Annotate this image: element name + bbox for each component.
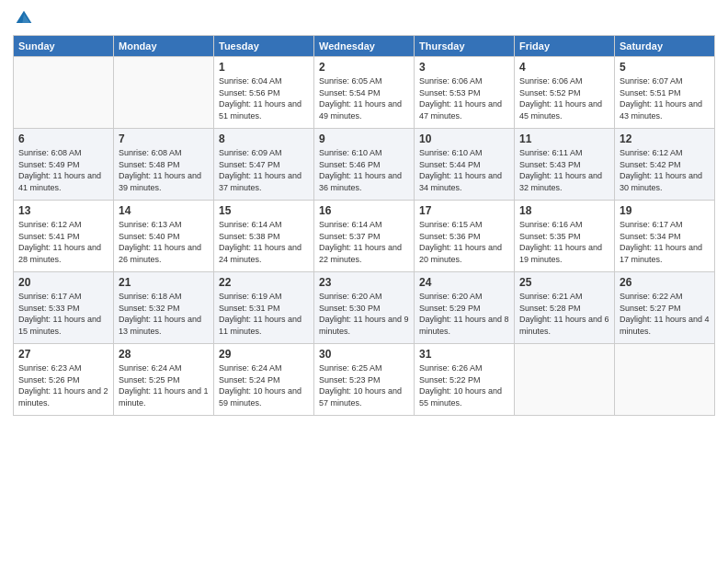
calendar-day-cell: 29Sunrise: 6:24 AMSunset: 5:24 PMDayligh…: [214, 344, 314, 416]
calendar-day-cell: 1Sunrise: 6:04 AMSunset: 5:56 PMDaylight…: [214, 57, 314, 129]
day-number: 19: [620, 204, 710, 217]
calendar-day-cell: 7Sunrise: 6:08 AMSunset: 5:48 PMDaylight…: [114, 129, 214, 201]
day-number: 4: [519, 61, 609, 74]
day-info: Sunrise: 6:20 AMSunset: 5:29 PMDaylight:…: [419, 291, 509, 337]
day-number: 31: [419, 348, 509, 361]
calendar-day-cell: 8Sunrise: 6:09 AMSunset: 5:47 PMDaylight…: [214, 129, 314, 201]
day-info: Sunrise: 6:08 AMSunset: 5:48 PMDaylight:…: [119, 147, 209, 193]
day-number: 7: [119, 132, 209, 145]
calendar-day-cell: [615, 344, 715, 416]
calendar-day-cell: 26Sunrise: 6:22 AMSunset: 5:27 PMDayligh…: [615, 272, 715, 344]
weekday-header-saturday: Saturday: [615, 36, 715, 57]
day-info: Sunrise: 6:21 AMSunset: 5:28 PMDaylight:…: [519, 291, 609, 337]
day-info: Sunrise: 6:15 AMSunset: 5:36 PMDaylight:…: [419, 219, 509, 265]
day-info: Sunrise: 6:24 AMSunset: 5:24 PMDaylight:…: [219, 362, 309, 408]
calendar-day-cell: 18Sunrise: 6:16 AMSunset: 5:35 PMDayligh…: [515, 201, 615, 272]
day-number: 5: [620, 61, 710, 74]
day-number: 29: [219, 348, 309, 361]
calendar-day-cell: 17Sunrise: 6:15 AMSunset: 5:36 PMDayligh…: [415, 201, 515, 272]
calendar-day-cell: 31Sunrise: 6:26 AMSunset: 5:22 PMDayligh…: [415, 344, 515, 416]
day-info: Sunrise: 6:04 AMSunset: 5:56 PMDaylight:…: [219, 75, 309, 121]
calendar-day-cell: 14Sunrise: 6:13 AMSunset: 5:40 PMDayligh…: [114, 201, 214, 272]
day-number: 26: [620, 276, 710, 289]
day-info: Sunrise: 6:16 AMSunset: 5:35 PMDaylight:…: [519, 219, 609, 265]
day-number: 2: [319, 61, 409, 74]
calendar-day-cell: 15Sunrise: 6:14 AMSunset: 5:38 PMDayligh…: [214, 201, 314, 272]
calendar-day-cell: 4Sunrise: 6:06 AMSunset: 5:52 PMDaylight…: [515, 57, 615, 129]
day-info: Sunrise: 6:24 AMSunset: 5:25 PMDaylight:…: [119, 362, 209, 408]
day-info: Sunrise: 6:23 AMSunset: 5:26 PMDaylight:…: [18, 362, 108, 408]
day-number: 21: [119, 276, 209, 289]
day-number: 23: [319, 276, 409, 289]
day-number: 18: [519, 204, 609, 217]
calendar-day-cell: 13Sunrise: 6:12 AMSunset: 5:41 PMDayligh…: [14, 201, 114, 272]
day-number: 13: [18, 204, 108, 217]
calendar-day-cell: 22Sunrise: 6:19 AMSunset: 5:31 PMDayligh…: [214, 272, 314, 344]
calendar-day-cell: 2Sunrise: 6:05 AMSunset: 5:54 PMDaylight…: [314, 57, 415, 129]
calendar-week-row: 27Sunrise: 6:23 AMSunset: 5:26 PMDayligh…: [14, 344, 715, 416]
day-info: Sunrise: 6:19 AMSunset: 5:31 PMDaylight:…: [219, 291, 309, 337]
calendar-day-cell: 11Sunrise: 6:11 AMSunset: 5:43 PMDayligh…: [515, 129, 615, 201]
day-info: Sunrise: 6:10 AMSunset: 5:44 PMDaylight:…: [419, 147, 509, 193]
day-info: Sunrise: 6:14 AMSunset: 5:37 PMDaylight:…: [319, 219, 409, 265]
day-info: Sunrise: 6:11 AMSunset: 5:43 PMDaylight:…: [519, 147, 609, 193]
day-number: 3: [419, 61, 509, 74]
day-info: Sunrise: 6:17 AMSunset: 5:34 PMDaylight:…: [620, 219, 710, 265]
day-number: 15: [219, 204, 309, 217]
calendar-day-cell: [114, 57, 214, 129]
calendar-day-cell: 30Sunrise: 6:25 AMSunset: 5:23 PMDayligh…: [314, 344, 415, 416]
day-number: 12: [620, 132, 710, 145]
calendar-day-cell: 19Sunrise: 6:17 AMSunset: 5:34 PMDayligh…: [615, 201, 715, 272]
calendar-day-cell: 27Sunrise: 6:23 AMSunset: 5:26 PMDayligh…: [14, 344, 114, 416]
calendar-day-cell: [14, 57, 114, 129]
weekday-header-thursday: Thursday: [415, 36, 515, 57]
day-number: 27: [18, 348, 108, 361]
calendar-day-cell: 12Sunrise: 6:12 AMSunset: 5:42 PMDayligh…: [615, 129, 715, 201]
calendar-day-cell: 21Sunrise: 6:18 AMSunset: 5:32 PMDayligh…: [114, 272, 214, 344]
calendar-day-cell: [515, 344, 615, 416]
calendar-day-cell: 20Sunrise: 6:17 AMSunset: 5:33 PMDayligh…: [14, 272, 114, 344]
day-info: Sunrise: 6:12 AMSunset: 5:41 PMDaylight:…: [18, 219, 108, 265]
page-container: SundayMondayTuesdayWednesdayThursdayFrid…: [0, 0, 728, 563]
day-number: 25: [519, 276, 609, 289]
day-number: 30: [319, 348, 409, 361]
day-info: Sunrise: 6:10 AMSunset: 5:46 PMDaylight:…: [319, 147, 409, 193]
day-number: 9: [319, 132, 409, 145]
day-number: 14: [119, 204, 209, 217]
weekday-header-wednesday: Wednesday: [314, 36, 415, 57]
day-number: 16: [319, 204, 409, 217]
weekday-header-monday: Monday: [114, 36, 214, 57]
page-header: [13, 9, 715, 28]
calendar-week-row: 13Sunrise: 6:12 AMSunset: 5:41 PMDayligh…: [14, 201, 715, 272]
weekday-header-sunday: Sunday: [14, 36, 114, 57]
day-info: Sunrise: 6:14 AMSunset: 5:38 PMDaylight:…: [219, 219, 309, 265]
logo-icon: [15, 9, 33, 28]
calendar-week-row: 20Sunrise: 6:17 AMSunset: 5:33 PMDayligh…: [14, 272, 715, 344]
day-info: Sunrise: 6:09 AMSunset: 5:47 PMDaylight:…: [219, 147, 309, 193]
day-info: Sunrise: 6:18 AMSunset: 5:32 PMDaylight:…: [119, 291, 209, 337]
calendar-day-cell: 16Sunrise: 6:14 AMSunset: 5:37 PMDayligh…: [314, 201, 415, 272]
calendar-day-cell: 3Sunrise: 6:06 AMSunset: 5:53 PMDaylight…: [415, 57, 515, 129]
day-info: Sunrise: 6:06 AMSunset: 5:53 PMDaylight:…: [419, 75, 509, 121]
day-number: 6: [18, 132, 108, 145]
day-number: 11: [519, 132, 609, 145]
day-info: Sunrise: 6:17 AMSunset: 5:33 PMDaylight:…: [18, 291, 108, 337]
day-info: Sunrise: 6:25 AMSunset: 5:23 PMDaylight:…: [319, 362, 409, 408]
day-info: Sunrise: 6:26 AMSunset: 5:22 PMDaylight:…: [419, 362, 509, 408]
day-number: 8: [219, 132, 309, 145]
day-number: 28: [119, 348, 209, 361]
calendar-day-cell: 6Sunrise: 6:08 AMSunset: 5:49 PMDaylight…: [14, 129, 114, 201]
calendar-day-cell: 5Sunrise: 6:07 AMSunset: 5:51 PMDaylight…: [615, 57, 715, 129]
calendar-day-cell: 9Sunrise: 6:10 AMSunset: 5:46 PMDaylight…: [314, 129, 415, 201]
day-number: 22: [219, 276, 309, 289]
day-info: Sunrise: 6:05 AMSunset: 5:54 PMDaylight:…: [319, 75, 409, 121]
day-number: 10: [419, 132, 509, 145]
calendar-week-row: 6Sunrise: 6:08 AMSunset: 5:49 PMDaylight…: [14, 129, 715, 201]
calendar-day-cell: 24Sunrise: 6:20 AMSunset: 5:29 PMDayligh…: [415, 272, 515, 344]
logo: [13, 9, 33, 28]
day-info: Sunrise: 6:12 AMSunset: 5:42 PMDaylight:…: [620, 147, 710, 193]
calendar-day-cell: 25Sunrise: 6:21 AMSunset: 5:28 PMDayligh…: [515, 272, 615, 344]
day-info: Sunrise: 6:06 AMSunset: 5:52 PMDaylight:…: [519, 75, 609, 121]
calendar-header-row: SundayMondayTuesdayWednesdayThursdayFrid…: [14, 36, 715, 57]
day-info: Sunrise: 6:22 AMSunset: 5:27 PMDaylight:…: [620, 291, 710, 337]
